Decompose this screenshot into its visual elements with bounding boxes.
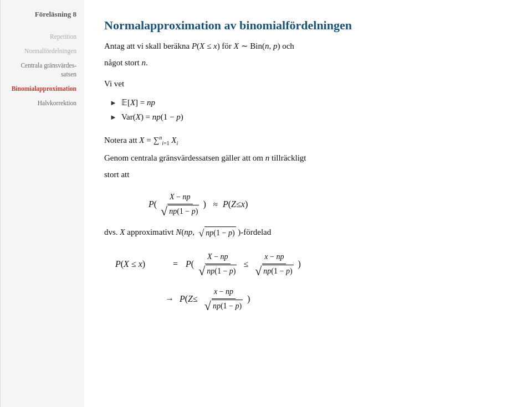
- nav-item-binomial[interactable]: Binomialapproximation: [8, 84, 76, 93]
- main-content: Normalapproximation av binomialfördelnin…: [84, 0, 532, 407]
- nav-item-halvkorrektion[interactable]: Halvkorrektion: [8, 99, 76, 107]
- central-text-2: stort att: [104, 168, 510, 181]
- formula-main: P( X − np √ np(1 − p) ) ≈ P(Z ≤ x): [149, 191, 510, 218]
- bullet-ex: ► 𝔼[X] = np: [110, 96, 510, 109]
- bullet-var: ► Var(X) = np(1 − p): [110, 110, 510, 123]
- intro-text: Antag att vi skall beräkna P(X ≤ x) för …: [104, 39, 510, 53]
- nav-item-centrala[interactable]: Centrala gränsvärdes­satsen: [8, 61, 76, 79]
- central-text: Genom centrala gränsvärdessatsen gäller …: [104, 151, 510, 164]
- page-title: Normalapproximation av binomialfördelnin…: [104, 18, 510, 34]
- notera-text: Notera att X = ∑ni=1 Xi: [104, 133, 510, 148]
- vi-vet-label: Vi vet: [104, 77, 510, 90]
- sidebar: Föreläsning 8 Repetition Normalfördelnin…: [0, 0, 84, 407]
- nav-item-repetition[interactable]: Repetition: [8, 32, 76, 41]
- big-formula: P(X ≤ x) = P( X − np √ np(1 − p) ≤ x − n…: [115, 251, 510, 313]
- nav-item-normalfordelningen[interactable]: Normalfördelningen: [8, 47, 76, 55]
- lecture-label: Föreläsning 8: [1, 6, 84, 27]
- intro-text-2: något stort n.: [104, 56, 510, 69]
- sidebar-nav: Repetition Normalfördelningen Centrala g…: [1, 27, 84, 119]
- dvs-text: dvs. X approximativt N(np, √ np(1 − p) )…: [104, 225, 510, 239]
